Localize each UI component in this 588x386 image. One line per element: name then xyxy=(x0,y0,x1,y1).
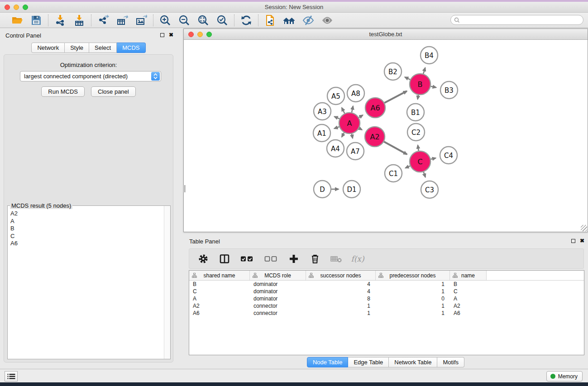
function-builder-icon[interactable]: f(x) xyxy=(352,253,363,265)
zoom-out-icon[interactable] xyxy=(178,14,191,27)
cell-shared-name[interactable]: B xyxy=(189,281,250,287)
cell-MCDS-role[interactable]: dominator xyxy=(250,281,306,287)
refresh-view-icon[interactable] xyxy=(240,14,253,27)
edge-C-C2[interactable] xyxy=(418,145,419,151)
cell-successor-nodes[interactable]: 1 xyxy=(306,310,376,316)
save-session-icon[interactable] xyxy=(30,14,43,27)
column-header-predecessor-nodes[interactable]: predecessor nodes xyxy=(376,271,450,280)
edge-A-A2[interactable] xyxy=(359,128,362,130)
task-history-button[interactable] xyxy=(5,371,18,381)
add-column-icon[interactable] xyxy=(288,253,300,265)
network-window-titlebar[interactable]: testGlobe.txt xyxy=(184,29,588,40)
import-network-icon[interactable] xyxy=(54,14,67,27)
cell-name[interactable]: A xyxy=(450,295,487,302)
edge-B-B3[interactable] xyxy=(431,86,436,87)
gear-icon[interactable] xyxy=(197,253,209,265)
cell-shared-name[interactable]: A2 xyxy=(189,303,250,309)
tab-node-table[interactable]: Node Table xyxy=(307,357,349,367)
cell-name[interactable]: C xyxy=(450,288,487,295)
run-mcds-button[interactable]: Run MCDS xyxy=(41,86,85,97)
cell-MCDS-role[interactable]: dominator xyxy=(250,295,306,302)
edge-B-B1[interactable] xyxy=(418,95,419,100)
close-panel-button[interactable]: Close panel xyxy=(91,86,136,97)
float-table-panel-icon[interactable] xyxy=(571,239,575,243)
cell-predecessor-nodes[interactable]: 1 xyxy=(376,281,450,287)
split-columns-icon[interactable] xyxy=(219,253,230,265)
table-row[interactable]: A2connector11A2 xyxy=(189,302,584,310)
tab-mcds[interactable]: MCDS xyxy=(117,43,145,53)
network-graph[interactable]: AA1A2A3A4A5A6A7A8BB1B2B3B4CC1C2C3C4DD1 xyxy=(184,40,588,232)
edge-A2-C[interactable] xyxy=(384,142,407,154)
edge-B-B2[interactable] xyxy=(405,77,410,80)
cell-MCDS-role[interactable]: connector xyxy=(250,310,306,316)
cell-shared-name[interactable]: A xyxy=(189,295,250,302)
close-panel-icon[interactable]: ✖ xyxy=(169,32,173,38)
cell-name[interactable]: A6 xyxy=(450,310,487,316)
hide-selected-icon[interactable] xyxy=(302,14,315,27)
home-layout-icon[interactable] xyxy=(283,14,296,27)
export-table-icon[interactable] xyxy=(116,14,129,27)
tab-select[interactable]: Select xyxy=(89,43,117,53)
criterion-dropdown[interactable]: largest connected component (directed) xyxy=(20,71,161,81)
edge-A-A8[interactable] xyxy=(352,106,353,112)
cell-MCDS-role[interactable]: dominator xyxy=(250,288,306,295)
network-from-file-icon[interactable] xyxy=(264,14,277,27)
column-header-shared-name[interactable]: shared name xyxy=(189,271,250,280)
export-image-icon[interactable] xyxy=(135,14,148,27)
memory-button[interactable]: Memory xyxy=(546,371,583,381)
cell-predecessor-nodes[interactable]: 1 xyxy=(376,303,450,309)
search-box[interactable] xyxy=(450,15,583,25)
import-table-icon[interactable] xyxy=(73,14,86,27)
mcds-result-item[interactable]: A xyxy=(10,218,164,225)
cell-name[interactable]: A2 xyxy=(450,303,487,309)
tab-network-table[interactable]: Network Table xyxy=(389,357,437,367)
edge-C-C3[interactable] xyxy=(424,172,425,177)
zoom-in-icon[interactable] xyxy=(159,14,172,27)
mcds-result-item[interactable]: B xyxy=(10,225,164,233)
column-header-name[interactable]: name xyxy=(450,271,487,280)
export-network-icon[interactable] xyxy=(97,14,110,27)
table-row[interactable]: A6connector11A6 xyxy=(189,310,584,317)
tab-network[interactable]: Network xyxy=(31,43,65,53)
delete-table-icon[interactable] xyxy=(330,253,342,265)
table-row[interactable]: Cdominator41C xyxy=(189,288,584,295)
select-all-checkboxes-icon[interactable] xyxy=(240,253,254,265)
edge-A-A1[interactable] xyxy=(334,127,339,129)
edge-A-A7[interactable] xyxy=(352,133,353,138)
edge-A-A3[interactable] xyxy=(335,117,339,119)
column-header-successor-nodes[interactable]: successor nodes xyxy=(306,271,376,280)
column-header-MCDS-role[interactable]: MCDS role xyxy=(250,271,306,280)
mcds-result-item[interactable]: A6 xyxy=(10,240,164,248)
cell-successor-nodes[interactable]: 4 xyxy=(306,281,376,287)
deselect-all-checkboxes-icon[interactable] xyxy=(264,253,278,265)
network-canvas[interactable]: AA1A2A3A4A5A6A7A8BB1B2B3B4CC1C2C3C4DD1 xyxy=(184,40,587,231)
search-input[interactable] xyxy=(460,16,583,24)
zoom-selected-icon[interactable] xyxy=(216,14,229,27)
cell-predecessor-nodes[interactable]: 1 xyxy=(376,310,450,316)
cell-successor-nodes[interactable]: 8 xyxy=(306,295,376,302)
mcds-result-item[interactable]: C xyxy=(10,233,164,240)
splitter-handle[interactable] xyxy=(183,185,186,192)
edge-B-B4[interactable] xyxy=(423,68,425,74)
edge-A-A4[interactable] xyxy=(342,133,344,137)
show-all-icon[interactable] xyxy=(321,14,334,27)
float-panel-icon[interactable] xyxy=(160,33,164,37)
cell-MCDS-role[interactable]: connector xyxy=(250,303,306,309)
edge-A-A6[interactable] xyxy=(359,115,363,117)
edge-C-C4[interactable] xyxy=(430,158,435,159)
cell-shared-name[interactable]: C xyxy=(189,288,250,295)
mcds-result-item[interactable]: A2 xyxy=(10,210,164,218)
tab-style[interactable]: Style xyxy=(65,43,89,53)
cell-predecessor-nodes[interactable]: 1 xyxy=(376,288,450,295)
table-row[interactable]: Bdominator41B xyxy=(189,281,584,288)
cell-shared-name[interactable]: A6 xyxy=(189,310,250,316)
zoom-fit-icon[interactable] xyxy=(197,14,210,27)
result-scrollbar[interactable] xyxy=(164,206,170,359)
tab-edge-table[interactable]: Edge Table xyxy=(348,357,389,367)
edge-A-A5[interactable] xyxy=(342,108,344,114)
edge-A6-B[interactable] xyxy=(384,91,406,103)
table-row[interactable]: Adominator80A xyxy=(189,295,584,302)
cell-successor-nodes[interactable]: 1 xyxy=(306,303,376,309)
delete-column-icon[interactable] xyxy=(309,253,321,265)
cell-predecessor-nodes[interactable]: 0 xyxy=(376,295,450,302)
